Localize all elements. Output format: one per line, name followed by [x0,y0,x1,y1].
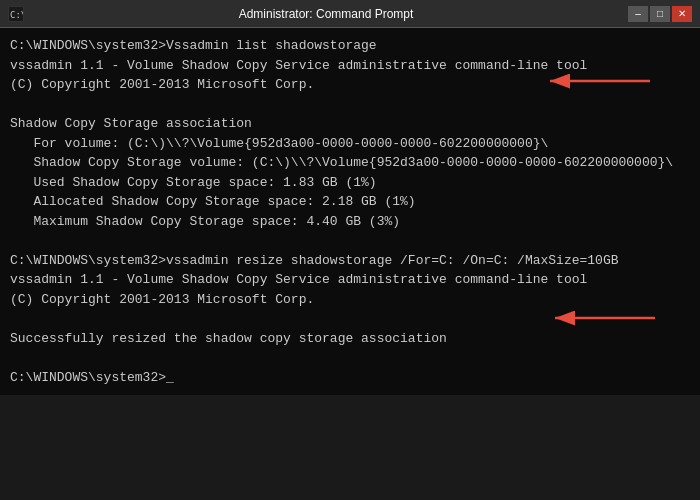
arrow-2 [545,303,665,340]
maximize-button[interactable]: □ [650,6,670,22]
terminal-body[interactable]: C:\WINDOWS\system32>Vssadmin list shadow… [0,28,700,395]
cmd-icon: C:\ [8,6,24,22]
title-bar: C:\ Administrator: Command Prompt – □ ✕ [0,0,700,28]
terminal-line [10,348,690,368]
window-title: Administrator: Command Prompt [30,7,622,21]
window: C:\ Administrator: Command Prompt – □ ✕ … [0,0,700,395]
terminal-line: Shadow Copy Storage association [10,114,690,134]
terminal-line: Maximum Shadow Copy Storage space: 4.40 … [10,212,690,232]
terminal-line: C:\WINDOWS\system32>vssadmin resize shad… [10,251,690,271]
terminal-line: For volume: (C:\)\\?\Volume{952d3a00-000… [10,134,690,154]
close-button[interactable]: ✕ [672,6,692,22]
svg-text:C:\: C:\ [10,10,23,20]
window-controls: – □ ✕ [628,6,692,22]
terminal-line [10,231,690,251]
terminal-line: vssadmin 1.1 - Volume Shadow Copy Servic… [10,270,690,290]
minimize-button[interactable]: – [628,6,648,22]
terminal-line: C:\WINDOWS\system32>_ [10,368,690,388]
arrow-1 [540,66,660,103]
terminal-line: Allocated Shadow Copy Storage space: 2.1… [10,192,690,212]
terminal-line: Shadow Copy Storage volume: (C:\)\\?\Vol… [10,153,690,173]
terminal-line: Used Shadow Copy Storage space: 1.83 GB … [10,173,690,193]
terminal-line: C:\WINDOWS\system32>Vssadmin list shadow… [10,36,690,56]
